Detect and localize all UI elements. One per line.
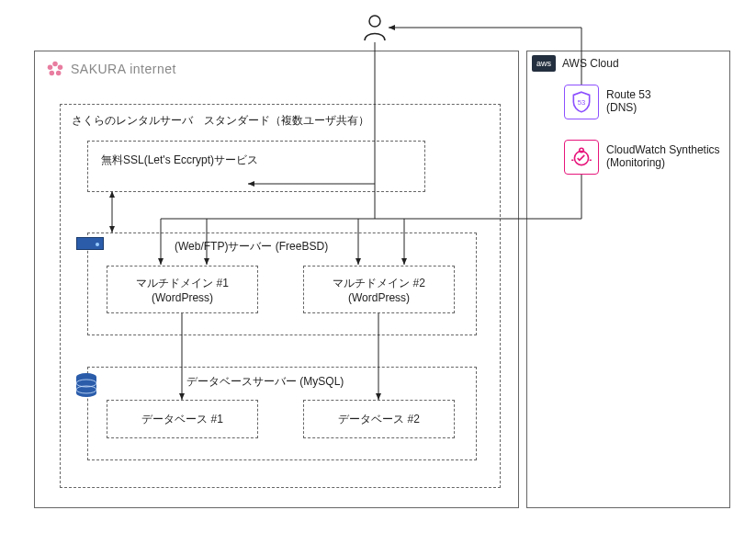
- diagram-root: SAKURA internet さくらのレンタルサーバ スタンダード（複数ユーザ…: [0, 0, 756, 533]
- multidomain2-box: マルチドメイン #2 (WordPress): [303, 266, 455, 313]
- sakura-brand-text: SAKURA internet: [71, 62, 176, 76]
- database-icon: [74, 372, 96, 404]
- cloudwatch-icon: [564, 140, 599, 175]
- db2-label: データベース #2: [338, 412, 420, 427]
- server-icon: [76, 237, 104, 250]
- sakura-logo: SAKURA internet: [45, 59, 176, 79]
- multidomain2-title: マルチドメイン #2: [333, 276, 425, 291]
- multidomain1-sub: (WordPress): [152, 291, 213, 304]
- route53-sub: (DNS): [606, 101, 637, 114]
- ssl-label: 無料SSL(Let's Eccrypt)サービス: [101, 153, 258, 168]
- multidomain1-title: マルチドメイン #1: [136, 276, 229, 291]
- db2-box: データベース #2: [303, 400, 455, 438]
- svg-point-0: [369, 16, 380, 27]
- multidomain1-box: マルチドメイン #1 (WordPress): [107, 266, 258, 313]
- svg-point-1: [52, 62, 58, 67]
- user-icon: [361, 13, 389, 45]
- route53-icon: 53: [564, 85, 599, 119]
- cloudwatch-title: CloudWatch Synthetics: [606, 143, 720, 156]
- route53-title: Route 53: [606, 88, 651, 101]
- sakura-flower-icon: [45, 59, 65, 79]
- cloudwatch-sub: (Monitoring): [606, 156, 665, 169]
- db1-box: データベース #1: [107, 400, 258, 438]
- svg-point-3: [56, 71, 61, 76]
- web-server-label: (Web/FTP)サーバー (FreeBSD): [175, 239, 328, 255]
- rental-server-label: さくらのレンタルサーバ スタンダード（複数ユーザ共有）: [72, 113, 369, 129]
- svg-point-6: [53, 67, 57, 71]
- svg-text:53: 53: [578, 98, 585, 107]
- aws-title: AWS Cloud: [562, 57, 619, 70]
- svg-point-2: [58, 64, 63, 70]
- multidomain2-sub: (WordPress): [348, 291, 410, 304]
- svg-point-12: [580, 148, 583, 152]
- db1-label: データベース #1: [141, 412, 223, 427]
- aws-box: [526, 51, 730, 508]
- svg-point-4: [50, 71, 55, 76]
- aws-logo-icon: aws: [532, 55, 556, 72]
- db-server-label: データベースサーバー (MySQL): [186, 374, 344, 390]
- svg-point-5: [48, 64, 53, 70]
